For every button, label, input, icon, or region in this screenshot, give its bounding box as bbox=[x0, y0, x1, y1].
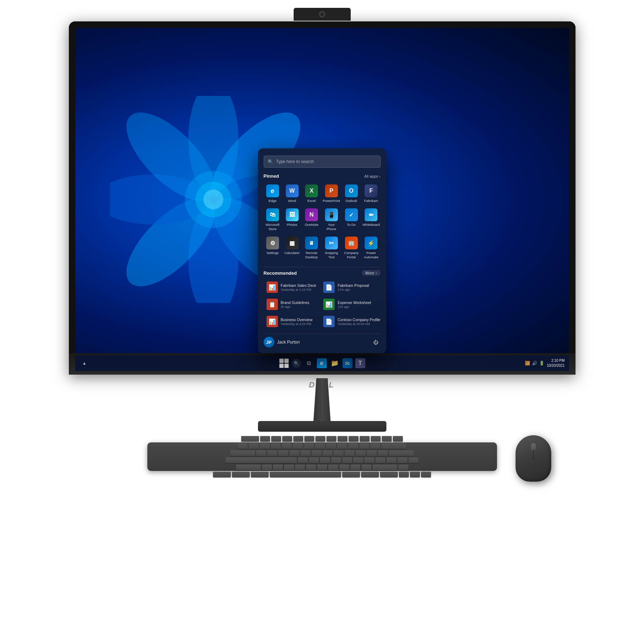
kb-row-2 bbox=[152, 443, 492, 449]
app-todo[interactable]: ✓ To Do bbox=[342, 206, 360, 233]
company-icon: 🏢 bbox=[345, 237, 358, 249]
key-lshift bbox=[236, 465, 261, 470]
key-del bbox=[393, 436, 403, 442]
excel-icon: X bbox=[305, 184, 318, 197]
key-u bbox=[323, 450, 333, 456]
all-apps-label: All apps bbox=[364, 174, 378, 178]
rec-item-5[interactable]: 📊 Business Overview Yesterday at 4:24 PM bbox=[264, 314, 319, 329]
key-k bbox=[375, 457, 385, 463]
app-settings[interactable]: ⚙ Settings bbox=[264, 234, 282, 261]
taskbar-search[interactable]: 🔍 bbox=[292, 359, 301, 368]
rec-time-3: 2h ago bbox=[281, 305, 310, 309]
taskbar-mail[interactable]: ✉ bbox=[343, 358, 353, 368]
time-display[interactable]: 2:10 PM 10/20/2021 bbox=[547, 358, 564, 368]
key-4 bbox=[282, 443, 292, 449]
all-apps-arrow: › bbox=[379, 174, 381, 178]
app-powerpoint[interactable]: P PowerPoint bbox=[322, 182, 341, 205]
key-s bbox=[309, 457, 319, 463]
user-info[interactable]: JP Jack Purton bbox=[264, 337, 300, 348]
user-initials: JP bbox=[266, 340, 272, 345]
rec-name-3: Brand Guidelines bbox=[281, 300, 310, 305]
key-right bbox=[421, 472, 431, 477]
rec-item-3[interactable]: 📋 Brand Guidelines 2h ago bbox=[264, 296, 319, 312]
key-9 bbox=[337, 443, 347, 449]
rec-item-4[interactable]: 📊 Expense Worksheet 12h ago bbox=[320, 296, 383, 312]
yourphone-label: Your Phone bbox=[323, 223, 340, 231]
wifi-icon: 📶 bbox=[525, 361, 530, 366]
taskbar-left: ▲ bbox=[80, 358, 90, 368]
all-apps-link[interactable]: All apps › bbox=[364, 174, 381, 178]
rec-info-6: Contoso Company Profile Yesterday at 10:… bbox=[338, 318, 380, 326]
stand-base bbox=[258, 421, 386, 432]
pinned-label: Pinned bbox=[264, 173, 279, 179]
key-f10 bbox=[360, 436, 370, 442]
key-o bbox=[345, 450, 355, 456]
recommended-label: Recommended bbox=[264, 270, 297, 276]
rec-time-5: Yesterday at 4:24 PM bbox=[281, 322, 313, 326]
app-edge[interactable]: e Edge bbox=[264, 182, 282, 205]
app-powerautomate[interactable]: ⚡ Power Automate bbox=[362, 234, 381, 261]
app-outlook[interactable]: O Outlook bbox=[342, 182, 360, 205]
key-8 bbox=[326, 443, 336, 449]
app-snipping[interactable]: ✂ Snipping Tool bbox=[322, 234, 341, 261]
app-company[interactable]: 🏢 Company Portal bbox=[342, 234, 360, 261]
key-6 bbox=[304, 443, 314, 449]
taskbar-explorer[interactable]: 📁 bbox=[330, 358, 340, 368]
power-button[interactable]: ⏻ bbox=[371, 337, 381, 347]
kb-row-6 bbox=[152, 472, 492, 477]
key-f8 bbox=[338, 436, 348, 442]
app-onenote[interactable]: N OneNote bbox=[303, 206, 321, 233]
app-photos[interactable]: 🖼 Photos bbox=[283, 206, 301, 233]
app-whiteboard[interactable]: ✏ Whiteboard bbox=[362, 206, 381, 233]
key-f12 bbox=[382, 436, 392, 442]
app-fabrikam[interactable]: F Fabrikam bbox=[362, 182, 381, 205]
rec-item-2[interactable]: 📄 Fabrikam Proposal 17m ago bbox=[320, 279, 383, 295]
screen: 🔍 Type here to search Pinned All apps › bbox=[75, 28, 569, 371]
webcam-bar bbox=[294, 8, 351, 21]
key-g bbox=[342, 457, 352, 463]
word-label: Word bbox=[288, 199, 296, 203]
key-m bbox=[328, 465, 338, 470]
rec-info-4: Expense Worksheet 12h ago bbox=[338, 300, 371, 309]
remote-label: Remote Desktop bbox=[303, 251, 320, 259]
tray-icons: 📶 🔊 🔋 bbox=[525, 361, 544, 366]
app-msstore[interactable]: 🛍 Microsoft Store bbox=[264, 206, 282, 233]
app-yourphone[interactable]: 📱 Your Phone bbox=[322, 206, 341, 233]
windows-start-button[interactable] bbox=[279, 358, 289, 368]
key-w bbox=[267, 450, 277, 456]
taskbar-teams[interactable]: T bbox=[355, 358, 365, 368]
search-bar[interactable]: 🔍 Type here to search bbox=[264, 156, 381, 168]
rec-icon-1: 📊 bbox=[267, 282, 278, 293]
taskbar-taskview[interactable]: ⧉ bbox=[304, 358, 314, 368]
rec-item-6[interactable]: 📄 Contoso Company Profile Yesterday at 1… bbox=[320, 314, 383, 329]
whiteboard-label: Whiteboard bbox=[362, 223, 380, 227]
key-equals bbox=[370, 443, 380, 449]
key-f9 bbox=[349, 436, 359, 442]
time: 2:10 PM bbox=[547, 358, 564, 363]
app-excel[interactable]: X Excel bbox=[303, 182, 321, 205]
key-y bbox=[311, 450, 321, 456]
taskbar-chevron[interactable]: ▲ bbox=[80, 358, 90, 368]
app-word[interactable]: W Word bbox=[283, 182, 301, 205]
key-up bbox=[399, 465, 409, 470]
key-tilde bbox=[238, 443, 248, 449]
app-remote[interactable]: 🖥 Remote Desktop bbox=[303, 234, 321, 261]
search-icon: 🔍 bbox=[268, 159, 273, 164]
key-space bbox=[270, 472, 341, 477]
key-j bbox=[364, 457, 374, 463]
taskbar-edge[interactable]: e bbox=[317, 358, 327, 368]
more-button[interactable]: More › bbox=[362, 270, 381, 276]
key-slash bbox=[361, 465, 371, 470]
kb-row-3 bbox=[152, 450, 492, 456]
app-calculator[interactable]: ▦ Calculator bbox=[283, 234, 301, 261]
key-minus bbox=[359, 443, 369, 449]
powerpoint-label: PowerPoint bbox=[323, 199, 340, 203]
key-f2 bbox=[271, 436, 281, 442]
rec-item-1[interactable]: 📊 Fabrikam Sales Deck Yesterday at 1:15 … bbox=[264, 279, 319, 295]
key-d bbox=[320, 457, 330, 463]
key-x bbox=[273, 465, 283, 470]
stand-neck bbox=[308, 378, 336, 421]
msstore-icon: 🛍 bbox=[266, 208, 279, 221]
rec-info-1: Fabrikam Sales Deck Yesterday at 1:15 PM bbox=[281, 283, 316, 291]
key-rbrace bbox=[378, 450, 388, 456]
